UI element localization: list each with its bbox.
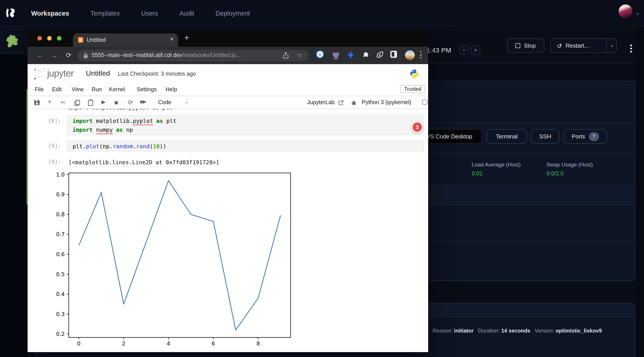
external-link-icon[interactable] (338, 100, 344, 106)
menu-kernel[interactable]: Kernel (109, 86, 125, 92)
svg-text:0.7: 0.7 (56, 231, 65, 238)
build-meta-row: Reason: initiator Duration: 14 seconds V… (432, 328, 602, 334)
bookmark-star-icon[interactable]: ☆ (297, 52, 302, 58)
share-icon[interactable] (282, 52, 289, 59)
build-reason-value: initiator (454, 328, 474, 334)
debug-icon[interactable] (351, 100, 357, 106)
workspace-kebab-menu[interactable] (630, 44, 632, 52)
nav-menu: Workspaces Templates Users Audit Deploym… (31, 0, 250, 26)
paste-cell-icon[interactable] (88, 99, 94, 106)
new-tab-button[interactable]: + (184, 33, 189, 42)
ports-button[interactable]: Ports 7 (564, 129, 607, 144)
window-minimize-button[interactable] (47, 36, 52, 40)
leaf-extension-icon[interactable] (376, 51, 384, 59)
terminal-button[interactable]: Terminal (486, 129, 527, 144)
lightning-extension-icon[interactable] (348, 51, 354, 59)
svg-text:0.3: 0.3 (56, 311, 65, 318)
jupyter-menubar: File Edit View Run Kernel Settings Help … (28, 84, 428, 96)
workspace-time: 1:43 PM (426, 46, 451, 54)
reading-mode-extension-icon[interactable] (390, 51, 397, 58)
right-edge-gutter (636, 26, 644, 357)
kernel-status-icon (422, 99, 428, 105)
zoom-out-button[interactable]: − (459, 46, 469, 55)
checkpoint-status: Last Checkpoint: 3 minutes ago (118, 70, 196, 77)
menu-file[interactable]: File (35, 86, 44, 92)
cell-type-chevron-icon: ⌄ (185, 99, 189, 104)
menu-view[interactable]: View (72, 86, 84, 92)
window-maximize-button[interactable] (57, 36, 61, 40)
nav-item-deployment[interactable]: Deployment (216, 10, 250, 17)
back-icon[interactable]: ← (36, 51, 43, 59)
url-host: 5555--main--test--matifali.atif.cdr.dev (92, 52, 182, 58)
address-bar[interactable]: 5555--main--test--matifali.atif.cdr.dev/… (78, 50, 308, 61)
restart-kernel-icon[interactable]: ⟳ (128, 99, 133, 106)
nav-item-templates[interactable]: Templates (90, 10, 120, 17)
browser-toolbar: ← → ⟳ 5555--main--test--matifali.atif.cd… (28, 47, 428, 64)
cell-type-select[interactable]: Code (158, 99, 171, 106)
browser-profile-avatar[interactable] (405, 50, 415, 60)
cut-cell-icon[interactable]: ✂ (60, 99, 66, 106)
add-cell-icon[interactable]: + (48, 98, 52, 106)
forward-icon[interactable]: → (51, 51, 58, 59)
reload-icon[interactable]: ⟳ (66, 51, 72, 59)
notebook-title[interactable]: Untitled (86, 69, 110, 77)
puzzle-icon (2, 31, 26, 54)
trusted-button[interactable]: Trusted (400, 85, 425, 93)
copy-cell-icon[interactable] (74, 100, 80, 106)
menu-edit[interactable]: Edit (52, 86, 62, 92)
svg-text:0.5: 0.5 (56, 271, 65, 278)
user-avatar[interactable] (619, 4, 632, 18)
output9-prompt: [9]: (48, 159, 61, 165)
top-nav: Workspaces Templates Users Audit Deploym… (0, 0, 644, 27)
cell9-line1: plt.plot(np.random.rand(10)) (67, 142, 424, 151)
menu-settings[interactable]: Settings (137, 86, 157, 92)
svg-text:0.9: 0.9 (56, 191, 65, 198)
password-manager-extension-icon[interactable]: 0 (316, 50, 324, 58)
notification-badge[interactable]: 3 (412, 122, 423, 133)
save-icon[interactable] (34, 99, 40, 106)
clipped-cell-fragment: import matplotlib.pyplot as plt (68, 109, 282, 110)
restart-button[interactable]: ↺ Restart... ⌄ (550, 38, 617, 53)
svg-text:1.0: 1.0 (56, 172, 65, 178)
svg-text:6: 6 (212, 340, 215, 347)
coder-logo-icon[interactable] (4, 7, 17, 19)
stop-kernel-icon[interactable]: ■ (114, 99, 118, 106)
load-average-label: Load Average (Host) (472, 162, 521, 168)
github-extension-icon[interactable] (332, 51, 340, 60)
jupyter-favicon (78, 37, 83, 43)
nav-item-users[interactable]: Users (141, 10, 158, 17)
nav-item-audit[interactable]: Audit (179, 10, 194, 17)
menu-help[interactable]: Help (166, 86, 177, 92)
user-menu-chevron-icon[interactable]: ⌄ (635, 9, 640, 16)
svg-text:0.4: 0.4 (56, 291, 65, 297)
menu-run[interactable]: Run (92, 86, 102, 92)
run-all-icon[interactable]: ▶▶ (140, 99, 145, 104)
python-logo-icon (410, 69, 419, 78)
panel-top-divider (400, 63, 644, 63)
stop-button[interactable]: Stop (507, 38, 544, 53)
code-cell-9[interactable]: plt.plot(np.random.rand(10)) (67, 140, 424, 152)
nav-item-workspaces[interactable]: Workspaces (31, 10, 69, 17)
browser-menu-icon[interactable] (420, 51, 422, 58)
browser-tab-untitled[interactable]: Untitled ✕ (73, 34, 178, 47)
left-column (0, 26, 28, 357)
browser-tab-bar: Untitled ✕ + (28, 30, 428, 47)
jupyterlab-link[interactable]: JupyterLab (307, 99, 335, 106)
jupyter-app: jupyter Untitled Last Checkpoint: 3 minu… (28, 64, 428, 352)
run-cell-icon[interactable]: ▶ (102, 99, 106, 105)
svg-text:8: 8 (256, 340, 260, 347)
tab-close-icon[interactable]: ✕ (170, 36, 174, 42)
jupyter-header: jupyter Untitled Last Checkpoint: 3 minu… (28, 64, 428, 84)
code-cell-8[interactable]: import matplotlib.pyplot as plt import n… (67, 115, 424, 135)
kernel-name[interactable]: Python 3 (ipykernel) (362, 99, 411, 106)
ssh-button[interactable]: SSH (531, 129, 560, 144)
screen: Workspaces Templates Users Audit Deploym… (0, 0, 644, 357)
zoom-in-button[interactable]: + (471, 46, 480, 55)
swap-usage-value: 0.0/2.0 (546, 170, 564, 177)
restart-options-chevron-icon[interactable]: ⌄ (610, 42, 614, 48)
svg-text:0.6: 0.6 (56, 251, 65, 258)
extensions-puzzle-icon[interactable] (361, 51, 369, 59)
restart-split-divider (606, 39, 606, 52)
window-close-button[interactable] (38, 36, 42, 40)
svg-text:4: 4 (167, 340, 170, 347)
